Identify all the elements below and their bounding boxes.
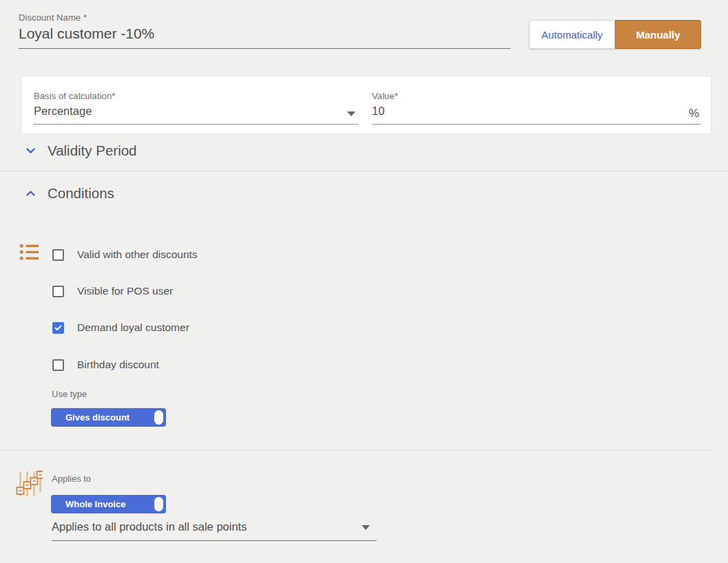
check-icon: [54, 325, 62, 331]
applies-scope-value: Applies to all products in all sale poin…: [52, 520, 247, 533]
checkbox-label: Demand loyal customer: [77, 321, 189, 334]
toggle-knob[interactable]: [154, 497, 163, 511]
checkbox-box[interactable]: [52, 249, 64, 261]
chevron-down-icon: [25, 147, 36, 154]
manually-button[interactable]: Manually: [615, 20, 701, 49]
checkbox-box[interactable]: [52, 359, 64, 371]
applies-to-toggle[interactable]: Whole Invoice: [51, 495, 166, 513]
basis-of-calculation-select[interactable]: Percentage: [34, 105, 358, 125]
checkbox-label: Visible for POS user: [77, 285, 173, 297]
discount-name-field: Discount Name *: [19, 12, 510, 49]
section-title: Conditions: [48, 185, 114, 202]
section-conditions[interactable]: Conditions: [25, 185, 114, 202]
checkbox-box[interactable]: [52, 322, 64, 334]
divider: [0, 171, 728, 171]
checkbox-box[interactable]: [52, 286, 64, 297]
applies-scope-select[interactable]: Applies to all products in all sale poin…: [52, 520, 377, 541]
checkbox-demand-loyal-customer[interactable]: Demand loyal customer: [52, 321, 189, 334]
checkbox-label: Valid with other discounts: [77, 248, 198, 261]
value-text: 10: [372, 105, 384, 117]
discount-name-label: Discount Name *: [19, 12, 510, 23]
section-validity-period[interactable]: Validity Period: [25, 142, 137, 159]
value-field: Value* 10 %: [372, 91, 700, 134]
applies-to-label: Applies to: [52, 474, 91, 484]
list-icon: [20, 244, 39, 261]
checkbox-valid-with-other-discounts[interactable]: Valid with other discounts: [52, 248, 198, 261]
discount-name-input[interactable]: [19, 25, 510, 49]
sliders-icon: [15, 470, 43, 499]
basis-of-calculation-value: Percentage: [34, 105, 92, 117]
checkbox-label: Birthday discount: [77, 359, 159, 371]
calculation-card: Basis of calculation* Percentage Value* …: [21, 76, 711, 134]
divider: [0, 450, 711, 451]
value-input[interactable]: 10 %: [372, 105, 700, 125]
applies-to-value: Whole Invoice: [65, 499, 125, 509]
percent-suffix: %: [689, 107, 699, 120]
automatically-button[interactable]: Automatically: [529, 20, 615, 49]
apply-mode-toggle: Automatically Manually: [529, 20, 701, 49]
basis-of-calculation-label: Basis of calculation*: [34, 91, 358, 101]
discount-form-page: Discount Name * Automatically Manually B…: [0, 0, 728, 563]
value-label: Value*: [372, 91, 700, 101]
chevron-down-icon: [347, 111, 355, 116]
toggle-knob[interactable]: [154, 410, 163, 425]
checkbox-visible-for-pos-user[interactable]: Visible for POS user: [52, 285, 173, 297]
use-type-toggle[interactable]: Gives discount: [51, 408, 166, 427]
chevron-down-icon: [362, 525, 370, 530]
basis-of-calculation-field: Basis of calculation* Percentage: [34, 91, 358, 134]
use-type-value: Gives discount: [65, 412, 129, 423]
chevron-up-icon: [25, 190, 36, 197]
section-title: Validity Period: [48, 142, 137, 159]
checkbox-birthday-discount[interactable]: Birthday discount: [52, 359, 159, 371]
use-type-label: Use type: [52, 389, 87, 399]
